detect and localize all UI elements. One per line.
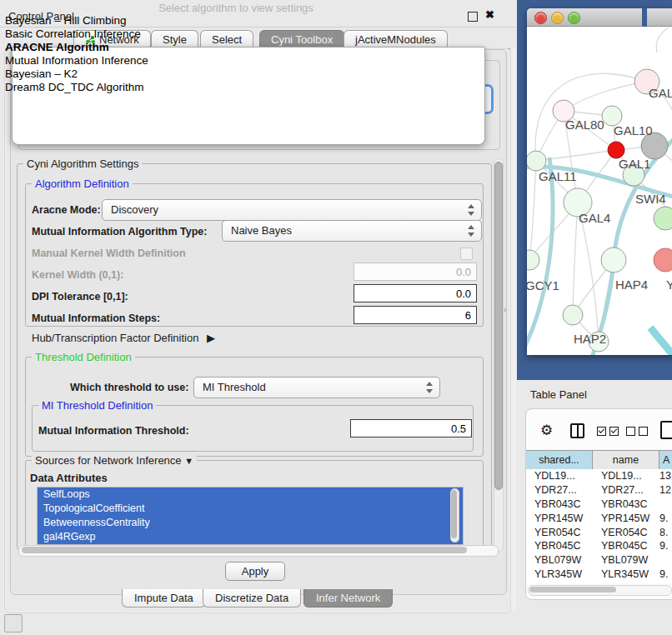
graph-edge[interactable] bbox=[656, 28, 669, 52]
tab-infer-network[interactable]: Infer Network bbox=[303, 589, 393, 608]
table-row[interactable]: YBR043CYBR043C bbox=[526, 498, 672, 512]
graph-edge[interactable] bbox=[573, 202, 578, 315]
manual-kernel-width-checkbox[interactable] bbox=[460, 248, 473, 260]
window-edge-notch bbox=[642, 8, 647, 27]
expander-arrow-icon[interactable]: ▶ bbox=[207, 332, 215, 344]
table-panel-title: Table Panel bbox=[530, 388, 587, 401]
unchecked-checkbox-icon[interactable] bbox=[639, 427, 648, 436]
graph-edge[interactable] bbox=[564, 82, 647, 111]
node-label: HAP4 bbox=[615, 278, 648, 292]
table-row[interactable]: YIL052CYIL052C9 bbox=[526, 582, 672, 583]
document-icon[interactable] bbox=[660, 421, 672, 439]
algorithm-popup-item[interactable]: Bayesian – Hill Climbing bbox=[3, 14, 469, 28]
table-rows: YDL19...YDL19...13 YDR27...YDR27...12 YB… bbox=[526, 469, 672, 583]
algorithm-popup-list: Bayesian – Hill ClimbingBasic Correlatio… bbox=[3, 14, 469, 94]
algorithm-popup-item[interactable]: Basic Correlation Inference bbox=[3, 28, 469, 41]
table-row[interactable]: YER054CYER054C8. bbox=[526, 526, 672, 540]
settings-vscrollbar-thumb[interactable] bbox=[494, 162, 503, 490]
node-GAL1-red[interactable] bbox=[608, 142, 624, 158]
tab-impute-data[interactable]: Impute Data bbox=[122, 589, 206, 608]
combo-spinner-icon bbox=[467, 224, 474, 238]
column-header-partial[interactable]: A bbox=[659, 451, 672, 469]
network-window-titlebar[interactable] bbox=[527, 8, 672, 27]
collapsed-panel-button[interactable] bbox=[4, 614, 23, 632]
node-label: GAL bbox=[649, 86, 672, 100]
algorithm-popup-item[interactable]: Bayesian – K2 bbox=[3, 68, 469, 81]
table-row[interactable]: YBL079WYBL079W bbox=[526, 553, 672, 568]
zoom-traffic-light[interactable] bbox=[568, 12, 580, 24]
checked-checkbox-icon[interactable] bbox=[609, 427, 619, 436]
mi-algorithm-type-label: Mutual Information Algorithm Type: bbox=[32, 226, 207, 238]
network-graph[interactable]: GALGAL80GAL10GAL1GAL11SWI4GAL4GCY1HAP4YH… bbox=[527, 26, 672, 355]
node-label: GAL4 bbox=[579, 211, 610, 225]
node-HAP2[interactable] bbox=[563, 305, 583, 325]
combo-spinner-icon bbox=[467, 203, 474, 217]
node-GCY1[interactable] bbox=[527, 250, 539, 270]
columns-icon[interactable] bbox=[570, 423, 584, 438]
mi-threshold-definition-title: MI Threshold Definition bbox=[38, 399, 156, 412]
panel-divider-grip[interactable]: › bbox=[504, 305, 506, 314]
graph-edge[interactable] bbox=[650, 328, 672, 355]
hub-definition-expander[interactable]: Hub/Transcription Factor Definition ▶ bbox=[32, 332, 215, 344]
combo-spinner-icon bbox=[425, 381, 433, 394]
mi-steps-input[interactable] bbox=[354, 306, 477, 324]
attribute-list-item[interactable]: gal4RGexp bbox=[38, 530, 463, 544]
node-label: GAL11 bbox=[539, 169, 577, 183]
which-threshold-value: MI Threshold bbox=[203, 381, 266, 393]
attribute-list-item[interactable]: BetweennessCentrality bbox=[38, 516, 463, 530]
algorithm-popup-item[interactable]: Mutual Information Inference bbox=[3, 54, 469, 68]
apply-button[interactable]: Apply bbox=[225, 562, 285, 581]
data-attributes-list: SelfLoopsTopologicalCoefficientBetweenne… bbox=[37, 487, 464, 545]
node-salmon-node[interactable] bbox=[654, 248, 672, 272]
mi-steps-label: Mutual Information Steps: bbox=[32, 312, 160, 324]
table-hscrollbar-thumb[interactable] bbox=[529, 587, 616, 592]
node-label: GCY1 bbox=[527, 278, 559, 292]
aracne-mode-value: Discovery bbox=[111, 203, 158, 216]
algorithm-popup-item[interactable]: Dream8 DC_TDC Algorithm bbox=[3, 81, 469, 94]
mi-algorithm-type-select[interactable]: Naive Bayes bbox=[222, 220, 482, 242]
mi-threshold-label: Mutual Information Threshold: bbox=[38, 425, 189, 437]
collapse-arrow-icon[interactable]: ▼ bbox=[184, 456, 193, 466]
table-row[interactable]: YDL19...YDL19...13 bbox=[526, 469, 672, 483]
node-GAL11[interactable] bbox=[527, 151, 546, 171]
checked-checkbox-icon[interactable] bbox=[597, 427, 606, 436]
algorithm-popup-prompt: Select algorithm to view settings bbox=[0, 2, 472, 14]
dpi-tolerance-label: DPI Tolerance [0,1]: bbox=[32, 291, 128, 302]
attribute-list-item[interactable]: TopologicalCoefficient bbox=[38, 502, 463, 516]
table-row[interactable]: YDR27...YDR27...12 bbox=[526, 483, 672, 498]
algorithm-popup-item[interactable]: ARACNE Algorithm bbox=[3, 41, 469, 54]
unchecked-checkbox-icon[interactable] bbox=[626, 427, 635, 436]
gear-icon[interactable]: ⚙ bbox=[540, 423, 553, 438]
column-header-name[interactable]: name bbox=[593, 451, 659, 469]
close-traffic-light[interactable] bbox=[534, 12, 547, 24]
kernel-width-label: Kernel Width (0,1): bbox=[32, 269, 123, 281]
minimize-traffic-light[interactable] bbox=[551, 12, 564, 24]
settings-hscrollbar-thumb[interactable] bbox=[22, 547, 467, 553]
threshold-definition-title: Threshold Definition bbox=[32, 351, 135, 363]
dpi-tolerance-input[interactable] bbox=[354, 284, 477, 302]
table-row[interactable]: YPR145WYPR145W9. bbox=[526, 512, 672, 526]
aracne-mode-select[interactable]: Discovery bbox=[102, 199, 482, 221]
table-row[interactable]: YLR345WYLR345W9. bbox=[526, 568, 672, 582]
column-header-shared-name[interactable]: shared... bbox=[526, 451, 593, 469]
tab-discretize-data[interactable]: Discretize Data bbox=[203, 589, 301, 608]
cyni-algorithm-settings-title: Cyni Algorithm Settings bbox=[23, 158, 142, 170]
kernel-width-input[interactable] bbox=[354, 262, 477, 281]
network-view-window[interactable]: GALGAL80GAL10GAL1GAL11SWI4GAL4GCY1HAP4YH… bbox=[527, 8, 672, 355]
data-attributes-label: Data Attributes bbox=[30, 472, 108, 484]
graph-edge[interactable] bbox=[529, 161, 536, 260]
node-label: GAL80 bbox=[565, 118, 604, 132]
node-HAP4[interactable] bbox=[601, 248, 626, 272]
aracne-mode-label: Aracne Mode: bbox=[32, 204, 101, 216]
which-threshold-select[interactable]: MI Threshold bbox=[193, 377, 440, 398]
sources-title[interactable]: Sources for Network Inference ▼ bbox=[32, 454, 197, 467]
close-icon[interactable]: ✖ bbox=[485, 8, 494, 21]
node-label: SWI4 bbox=[635, 192, 666, 206]
table-row[interactable]: YBR045CYBR045C9. bbox=[526, 539, 672, 553]
node-green-br[interactable] bbox=[654, 207, 672, 230]
mi-threshold-input[interactable] bbox=[350, 419, 472, 438]
attributes-scrollbar-thumb[interactable] bbox=[451, 490, 457, 538]
attribute-list-item[interactable]: SelfLoops bbox=[38, 488, 463, 502]
hub-definition-label: Hub/Transcription Factor Definition bbox=[32, 332, 198, 344]
node-label: Y bbox=[666, 278, 672, 292]
